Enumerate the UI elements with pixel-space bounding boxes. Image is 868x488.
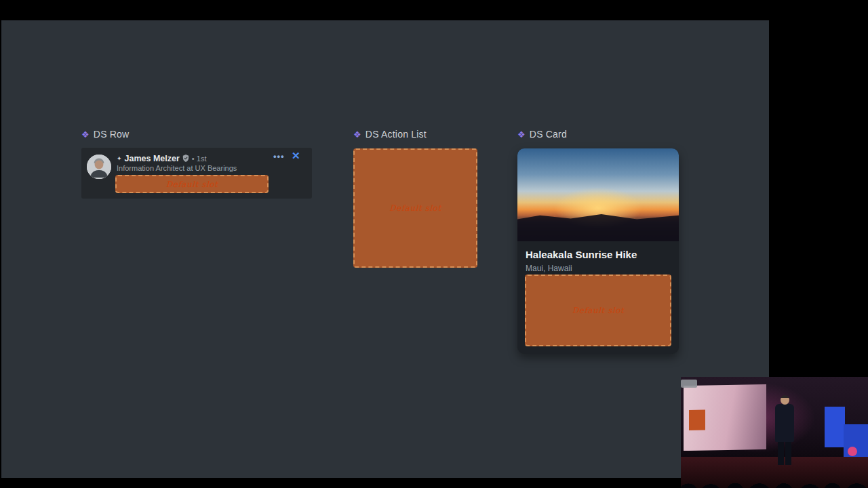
person-headline: Information Architect at UX Bearings	[117, 164, 237, 172]
frame-label-text: DS Row	[94, 129, 130, 140]
presenter-video-overlay[interactable]	[681, 377, 868, 488]
person-name: James Melzer	[125, 154, 180, 163]
more-icon[interactable]: •••	[273, 151, 285, 161]
ds-action-list-component[interactable]: ❖ DS Action List Default slot	[353, 127, 477, 141]
slide-pink-dot	[848, 447, 857, 456]
ds-row-label[interactable]: ❖ DS Row	[81, 127, 312, 141]
slide-blue-shape	[825, 407, 845, 447]
video-overlay-chip	[681, 380, 697, 388]
frame-label-text: DS Action List	[366, 129, 427, 140]
audience-silhouettes	[681, 469, 868, 488]
person-name-line: ✦ James Melzer • 1st	[117, 152, 206, 165]
slot-label: Default slot	[572, 306, 625, 315]
slot-label: Default slot	[389, 203, 441, 213]
avatar	[87, 155, 111, 179]
close-icon[interactable]: ✕	[292, 150, 300, 162]
sunrise-photo	[517, 148, 679, 241]
default-slot-action-list[interactable]: Default slot	[353, 148, 477, 268]
ds-card-label[interactable]: ❖ DS Card	[517, 127, 679, 141]
ds-action-list-label[interactable]: ❖ DS Action List	[353, 127, 477, 141]
presenter-legs	[778, 442, 791, 465]
ds-card-component[interactable]: ❖ DS Card Haleakala Sunrise Hike Maui, H…	[517, 127, 679, 141]
component-icon: ❖	[81, 130, 90, 139]
presenter-body	[775, 404, 794, 442]
ds-row-component[interactable]: ❖ DS Row ✦ James Melzer	[81, 127, 312, 141]
projected-orange-box	[689, 410, 705, 430]
presenter-head	[781, 395, 789, 405]
connection-degree: • 1st	[192, 155, 207, 163]
ds-row-frame[interactable]: ✦ James Melzer • 1st Information Archite…	[81, 148, 312, 199]
sparkle-icon: ✦	[117, 155, 122, 162]
slot-label: Default slot	[166, 180, 218, 189]
verified-shield-icon	[182, 152, 189, 165]
ds-card-frame[interactable]: Haleakala Sunrise Hike Maui, Hawaii Defa…	[517, 148, 679, 354]
default-slot-card[interactable]: Default slot	[525, 274, 671, 346]
default-slot-row[interactable]: Default slot	[115, 175, 269, 193]
design-canvas[interactable]: ❖ DS Row ✦ James Melzer	[1, 20, 769, 478]
projected-slide	[684, 384, 766, 451]
card-title: Haleakala Sunrise Hike	[526, 249, 637, 260]
component-icon: ❖	[353, 130, 361, 139]
card-subtitle: Maui, Hawaii	[526, 264, 572, 273]
component-icon: ❖	[517, 130, 526, 139]
frame-label-text: DS Card	[530, 129, 567, 140]
